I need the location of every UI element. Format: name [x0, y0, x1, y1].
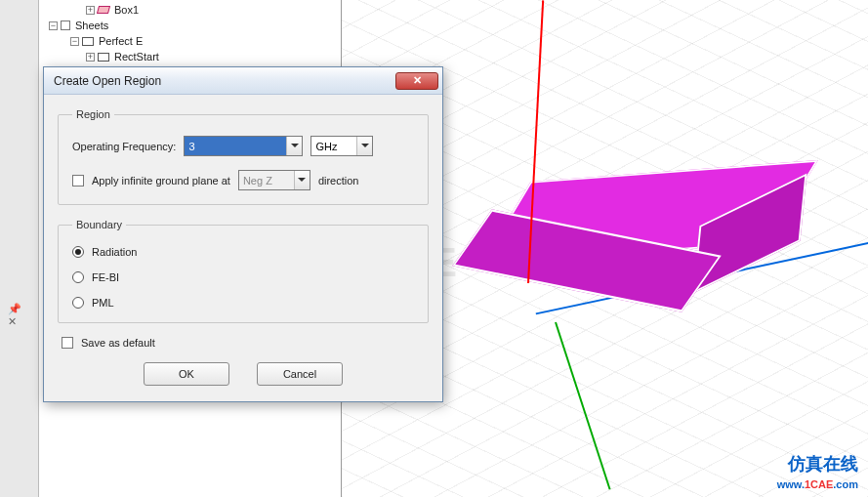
rect-icon: [98, 53, 109, 62]
tree-item-box1[interactable]: Box1: [112, 4, 139, 16]
boundary-pml-label: PML: [92, 297, 114, 309]
dialog-titlebar[interactable]: Create Open Region ✕: [44, 67, 442, 95]
watermark-cn: 仿真在线: [777, 452, 858, 476]
save-as-default-label: Save as default: [81, 337, 155, 349]
chevron-down-icon[interactable]: [356, 137, 372, 155]
cancel-button[interactable]: Cancel: [257, 362, 343, 386]
pin-icon[interactable]: 📌 ✕: [8, 303, 20, 314]
close-icon: ✕: [413, 74, 422, 87]
ground-plane-axis-field: [239, 171, 294, 189]
direction-label: direction: [318, 175, 359, 186]
operating-frequency-label: Operating Frequency:: [72, 141, 176, 152]
model-tree[interactable]: + Box1 − Sheets − Perfect E + RectStart: [39, 0, 341, 66]
expand-icon[interactable]: +: [86, 53, 95, 62]
apply-ground-plane-checkbox[interactable]: [72, 175, 84, 186]
tree-item-rectstart[interactable]: RectStart: [112, 51, 159, 62]
dialog-title: Create Open Region: [54, 74, 395, 88]
close-button[interactable]: ✕: [395, 72, 438, 90]
ok-button[interactable]: OK: [144, 362, 229, 386]
chevron-down-icon: [294, 171, 310, 189]
save-as-default-checkbox[interactable]: [62, 337, 73, 349]
watermark-url: www.1CAE.com: [777, 476, 858, 491]
expand-icon[interactable]: +: [86, 6, 95, 15]
tree-item-sheets[interactable]: Sheets: [73, 20, 108, 31]
box-icon: [97, 6, 110, 14]
chevron-down-icon[interactable]: [286, 137, 302, 155]
frequency-unit-field[interactable]: [311, 137, 356, 155]
rect-icon: [82, 37, 94, 46]
collapse-icon[interactable]: −: [70, 37, 79, 46]
operating-frequency-field[interactable]: [185, 137, 286, 155]
boundary-group: Boundary Radiation FE-BI PML: [58, 219, 429, 323]
region-group: Region Operating Frequency: Apply infini…: [58, 108, 429, 205]
frequency-unit-select[interactable]: [310, 136, 373, 156]
boundary-pml-radio[interactable]: [72, 297, 84, 309]
sheets-icon: [61, 21, 70, 30]
watermark-corner: 仿真在线 www.1CAE.com: [777, 452, 858, 491]
tree-item-perfect-e[interactable]: Perfect E: [97, 35, 143, 47]
apply-ground-plane-label: Apply infinite ground plane at: [92, 175, 230, 186]
dialog-body: Region Operating Frequency: Apply infini…: [44, 95, 442, 401]
boundary-febi-label: FE-BI: [92, 271, 119, 283]
region-legend: Region: [72, 108, 114, 120]
collapse-icon[interactable]: −: [49, 21, 58, 30]
operating-frequency-input[interactable]: [184, 136, 303, 156]
create-open-region-dialog: Create Open Region ✕ Region Operating Fr…: [43, 66, 443, 402]
boundary-radiation-label: Radiation: [92, 246, 137, 258]
ground-plane-axis-select: [238, 170, 310, 190]
boundary-radiation-radio[interactable]: [72, 246, 84, 258]
boundary-legend: Boundary: [72, 219, 126, 230]
boundary-febi-radio[interactable]: [72, 271, 84, 283]
left-gutter: 📌 ✕: [0, 0, 39, 497]
